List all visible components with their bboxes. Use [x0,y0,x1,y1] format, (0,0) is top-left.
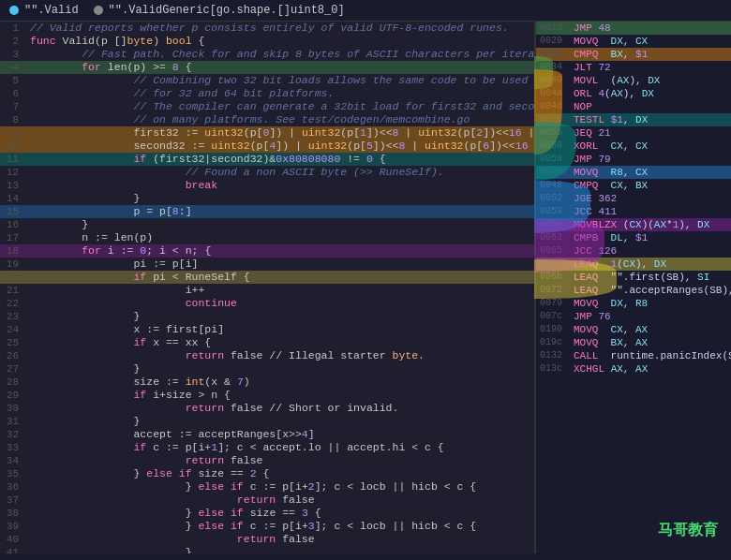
asm-address: 0030 [540,48,574,61]
asm-address: 0132 [540,349,574,362]
line-number: 13 [0,179,26,192]
line-content: return false // Illegal starter byte. [26,349,534,362]
asm-address: 019c [540,336,574,349]
header: "".Valid "".ValidGeneric[go.shape.[]uint… [0,0,731,22]
line-content: return false [26,494,534,507]
asm-address: 0079 [540,297,574,310]
asm-line: 0040MOVQ R8, CX [536,166,731,179]
line-content: if pi < RuneSelf { [26,271,534,284]
valid-generic-label: "".ValidGeneric[go.shape.[]uint8_0] [109,4,345,17]
asm-line: 004aORL 4(AX), DX [536,87,731,100]
asm-line: 0072LEAQ "".acceptRanges(SB), R9 [536,284,731,297]
code-line-19: 19 pi := p[i] [0,258,534,271]
asm-address: 0058 [540,205,574,218]
code-line-5: 5 // Combining two 32 bit loads allows t… [0,74,534,87]
asm-address: 0048 [540,179,574,192]
line-content: } else if size == 3 { [26,507,534,520]
asm-line: 0040MOVL (AX), DX [536,74,731,87]
code-line-23: 23 } [0,310,534,323]
line-content: x := first[pi] [26,323,534,336]
asm-address: 005e [540,218,574,231]
asm-address: 0040 [540,166,574,179]
line-number: 5 [0,74,26,87]
asm-address: 007c [540,310,574,323]
code-line-12: 12 // Found a non ASCII byte (>> RuneSel… [0,166,534,179]
asm-instruction: CMPQ BX, $1 [574,48,648,61]
asm-line: 0132CALL runtime.panicIndex(SB) [536,349,731,362]
asm-instruction: JCC 411 [574,205,617,218]
asm-line: 005aJMP 79 [536,153,731,166]
code-line-29: 29 if i+size > n { [0,389,534,402]
code-line-9: 9 first32 := uint32(p[0]) | uint32(p[1])… [0,126,534,140]
line-content: // Valid reports whether p consists enti… [26,22,534,35]
line-number: 19 [0,258,26,271]
line-content: for len(p) >= 8 { [26,61,534,74]
code-line-16: 16 } [0,218,534,231]
asm-instruction: ORL 4(AX), DX [574,87,654,100]
code-line-8: 8 // on many platforms. See test/codegen… [0,113,534,126]
asm-line: 0058JCC 411 [536,205,731,218]
code-line-25: 25 if x == xx { [0,336,534,349]
asm-address: 0190 [540,323,574,336]
asm-panel: 0013JMP 480020MOVQ DX, CX0030CMPQ BX, $1… [534,22,731,553]
asm-address: 0056 [540,126,574,140]
line-content: // Combining two 32 bit loads allows the… [26,74,534,87]
asm-instruction: MOVQ R8, CX [574,166,648,179]
asm-address: 004d [540,100,574,113]
line-number: 12 [0,166,26,179]
line-content: // Found a non ASCII byte (>> RuneSelf). [26,166,534,179]
asm-line: 005eMOVBLZX (CX)(AX*1), DX [536,218,731,231]
code-line-31: 31 } [0,415,534,428]
line-content: } else if c := p[i+2]; c < locb || hicb … [26,480,534,494]
asm-instruction: MOVQ CX, AX [574,323,648,336]
header-item-valid-generic[interactable]: "".ValidGeneric[go.shape.[]uint8_0] [94,4,345,17]
line-number: 18 [0,244,26,258]
line-number: 8 [0,113,26,126]
line-content: for i := 0; i < n; { [26,244,534,258]
line-number: 38 [0,507,26,520]
line-number: 15 [0,205,26,218]
code-line-20: 20 if pi < RuneSelf { [0,271,534,284]
asm-line: 007cJMP 76 [536,310,731,323]
code-line-21: 21 i++ [0,284,534,297]
code-panel: 1// Valid reports whether p consists ent… [0,22,534,553]
line-content: i++ [26,284,534,297]
line-number: 26 [0,349,26,362]
asm-address: 0062 [540,231,574,244]
asm-line: 0013JMP 48 [536,22,731,35]
code-line-24: 24 x := first[pi] [0,323,534,336]
asm-instruction: JGE 362 [574,192,617,205]
line-content: } [26,415,534,428]
asm-line: 0058XORL CX, CX [536,140,731,153]
line-content: accept := acceptRanges[x>>4] [26,428,534,441]
asm-instruction: JEQ 21 [574,126,611,140]
line-content: if (first32|second32)&0x80808080 != 0 { [26,153,534,166]
line-content: // for 32 and 64 bit platforms. [26,87,534,100]
line-number: 3 [0,48,26,61]
asm-line: 0062CMPB DL, $1 [536,231,731,244]
line-content: } else if size == 2 { [26,467,534,480]
line-number: 17 [0,231,26,244]
header-item-valid[interactable]: "".Valid [9,4,79,17]
code-line-36: 36 } else if c := p[i+2]; c < locb || hi… [0,480,534,494]
code-line-34: 34 return false [0,454,534,467]
line-number: 34 [0,454,26,467]
line-number: 22 [0,297,26,310]
line-number: 9 [0,126,26,140]
asm-instruction: XORL CX, CX [574,140,648,153]
line-number: 41 [0,546,26,553]
code-line-38: 38 } else if size == 3 { [0,507,534,520]
asm-address: 005a [540,153,574,166]
line-number: 28 [0,376,26,389]
asm-instruction: MOVQ DX, CX [574,35,648,48]
line-content: n := len(p) [26,231,534,244]
line-number: 39 [0,520,26,533]
asm-address: 0067 [540,258,574,271]
line-content: return false [26,533,534,546]
code-line-2: 2func Valid(p []byte) bool { [0,35,534,48]
code-line-10: 10 second32 := uint32(p[4]) | uint32(p[5… [0,140,534,153]
asm-line: 0048CMPQ CX, BX [536,179,731,192]
code-line-17: 17 n := len(p) [0,231,534,244]
line-content: break [26,179,534,192]
asm-line: 0052JGE 362 [536,192,731,205]
